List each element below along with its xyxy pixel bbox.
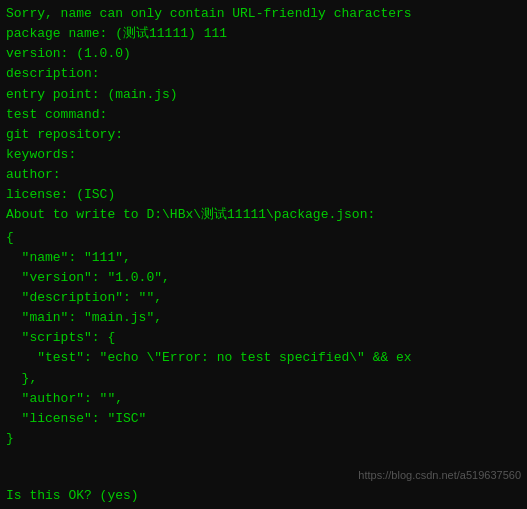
- package-name-line: package name: (测试11111) 111: [6, 24, 521, 44]
- ok-prompt[interactable]: Is this OK? (yes): [6, 488, 139, 503]
- about-to-write-line: About to write to D:\HBx\测试11111\package…: [6, 205, 521, 225]
- license-line: license: (ISC): [6, 185, 521, 205]
- json-scripts-open: "scripts": {: [6, 328, 521, 348]
- terminal-output: Sorry, name can only contain URL-friendl…: [6, 4, 521, 226]
- json-open-brace: {: [6, 228, 521, 248]
- watermark: https://blog.csdn.net/a519637560: [358, 469, 521, 481]
- version-line: version: (1.0.0): [6, 44, 521, 64]
- json-output: { "name": "111", "version": "1.0.0", "de…: [6, 228, 521, 450]
- json-author: "author": "",: [6, 389, 521, 409]
- author-line: author:: [6, 165, 521, 185]
- json-main: "main": "main.js",: [6, 308, 521, 328]
- warning-line: Sorry, name can only contain URL-friendl…: [6, 4, 521, 24]
- test-command-line: test command:: [6, 105, 521, 125]
- json-close-brace: }: [6, 429, 521, 449]
- json-name: "name": "111",: [6, 248, 521, 268]
- description-line: description:: [6, 64, 521, 84]
- terminal-window: Sorry, name can only contain URL-friendl…: [0, 0, 527, 509]
- json-scripts-close: },: [6, 369, 521, 389]
- keywords-line: keywords:: [6, 145, 521, 165]
- json-version: "version": "1.0.0",: [6, 268, 521, 288]
- json-description: "description": "",: [6, 288, 521, 308]
- git-repo-line: git repository:: [6, 125, 521, 145]
- entry-point-line: entry point: (main.js): [6, 85, 521, 105]
- json-license: "license": "ISC": [6, 409, 521, 429]
- json-test-script: "test": "echo \"Error: no test specified…: [6, 348, 521, 368]
